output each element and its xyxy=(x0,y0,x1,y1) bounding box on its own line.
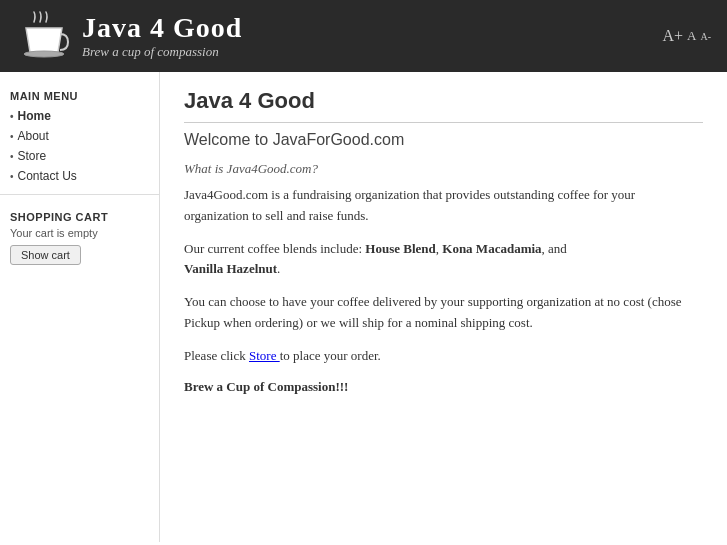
main-menu-title: MAIN MENU xyxy=(0,82,159,106)
bullet-home: • xyxy=(10,111,14,122)
sidebar-link-about[interactable]: • About xyxy=(10,129,149,143)
para2-prefix: Our current coffee blends include: xyxy=(184,241,365,256)
para3: You can choose to have your coffee deliv… xyxy=(184,292,703,334)
blend-period: . xyxy=(277,261,280,276)
bullet-about: • xyxy=(10,131,14,142)
cart-title: SHOPPING CART xyxy=(10,203,149,227)
sidebar-link-home[interactable]: • Home xyxy=(10,109,149,123)
para1: Java4Good.com is a fundraising organizat… xyxy=(184,185,703,227)
blend1: House Blend xyxy=(365,241,435,256)
para4: Please click Store to place your order. xyxy=(184,346,703,367)
font-normal-button[interactable]: A xyxy=(687,28,696,44)
para4-suffix: to place your order. xyxy=(280,348,381,363)
logo-area: Java 4 Good Brew a cup of compassion xyxy=(16,8,242,64)
sidebar-item-home[interactable]: • Home xyxy=(0,106,159,126)
sidebar-item-store[interactable]: • Store xyxy=(0,146,159,166)
layout: MAIN MENU • Home • About • Store xyxy=(0,72,727,542)
font-increase-button[interactable]: A+ xyxy=(662,27,683,45)
blend3: Vanilla Hazelnut xyxy=(184,261,277,276)
sidebar-link-contact[interactable]: • Contact Us xyxy=(10,169,149,183)
sidebar-link-store[interactable]: • Store xyxy=(10,149,149,163)
brew-tagline: Brew a Cup of Compassion!!! xyxy=(184,379,703,395)
main-menu: • Home • About • Store • Contact U xyxy=(0,106,159,195)
bullet-store: • xyxy=(10,151,14,162)
show-cart-button[interactable]: Show cart xyxy=(10,245,81,265)
sidebar-item-contact[interactable]: • Contact Us xyxy=(0,166,159,186)
main-content: Java 4 Good Welcome to JavaForGood.com W… xyxy=(160,72,727,542)
bullet-contact: • xyxy=(10,171,14,182)
store-link[interactable]: Store xyxy=(249,348,280,363)
welcome-heading: Welcome to JavaForGood.com xyxy=(184,131,703,149)
font-controls: A+ A A- xyxy=(662,27,711,45)
site-title: Java 4 Good xyxy=(82,12,242,44)
para4-prefix: Please click xyxy=(184,348,249,363)
sidebar-item-about[interactable]: • About xyxy=(0,126,159,146)
blend2: Kona Macadamia xyxy=(442,241,541,256)
sidebar: MAIN MENU • Home • About • Store xyxy=(0,72,160,542)
cart-empty-text: Your cart is empty xyxy=(10,227,149,239)
site-title-area: Java 4 Good Brew a cup of compassion xyxy=(82,12,242,60)
shopping-cart-section: SHOPPING CART Your cart is empty Show ca… xyxy=(0,195,159,273)
svg-point-0 xyxy=(24,51,64,57)
para2: Our current coffee blends include: House… xyxy=(184,239,703,281)
logo-icon xyxy=(16,8,72,64)
site-tagline: Brew a cup of compassion xyxy=(82,44,219,60)
what-is-label: What is Java4Good.com? xyxy=(184,161,703,177)
blend-and: , and xyxy=(542,241,567,256)
font-decrease-button[interactable]: A- xyxy=(700,31,711,42)
site-header: Java 4 Good Brew a cup of compassion A+ … xyxy=(0,0,727,72)
page-title: Java 4 Good xyxy=(184,88,703,123)
